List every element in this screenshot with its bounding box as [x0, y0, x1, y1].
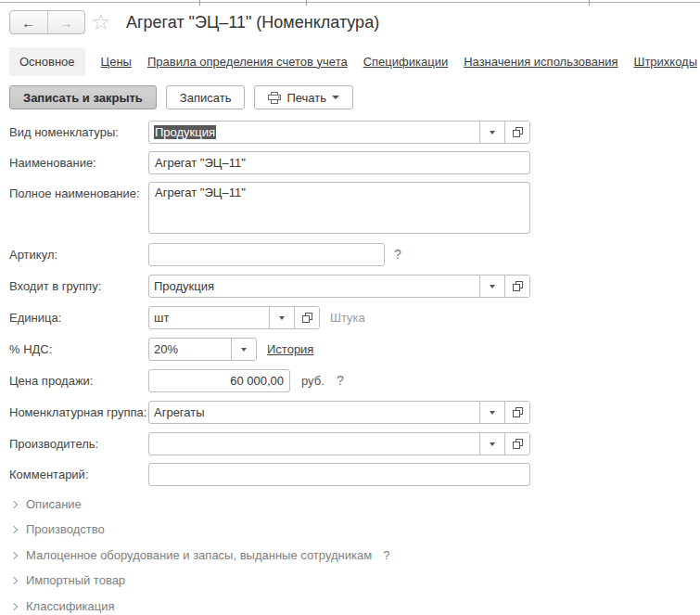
kind-label: Вид номенклатуры: [9, 121, 119, 144]
comment-label: Комментарий: [9, 463, 89, 486]
open-link-icon [513, 407, 523, 417]
section-help-link[interactable]: ? [383, 548, 389, 562]
full-name-label: Полное наименование: [9, 182, 140, 205]
group-open-button[interactable] [504, 275, 529, 297]
page-title: Агрегат "ЭЦ–11" (Номенклатура) [126, 13, 379, 32]
section-label: Описание [26, 497, 82, 511]
chevron-right-icon [10, 500, 18, 507]
price-currency: руб. [301, 369, 325, 392]
name-label: Наименование: [9, 151, 96, 174]
print-label: Печать [286, 91, 326, 105]
nom-group-open-button[interactable] [504, 402, 529, 423]
manufacturer-value[interactable] [149, 433, 479, 455]
chevron-down-icon [490, 442, 495, 446]
command-bar: Записать и закрыть Записать Печать [9, 85, 353, 109]
vat-label: % НДС: [9, 338, 52, 361]
name-input[interactable] [148, 151, 530, 174]
chevron-right-icon [10, 602, 18, 609]
tab-usage-purposes[interactable]: Назначения использования [464, 47, 617, 76]
manufacturer-dropdown-button[interactable] [479, 433, 504, 455]
group-combo[interactable]: Продукция [148, 275, 530, 298]
print-menu-caret-icon [332, 96, 339, 99]
open-link-icon [302, 313, 312, 323]
price-help-link[interactable]: ? [337, 369, 344, 392]
kind-value[interactable]: Продукция [149, 122, 479, 143]
history-nav: ← → [9, 10, 85, 34]
open-link-icon [513, 281, 523, 291]
unit-value[interactable]: шт [149, 307, 269, 328]
open-link-icon [513, 439, 523, 449]
unit-open-button[interactable] [294, 307, 319, 328]
group-label: Входит в группу: [9, 275, 101, 298]
article-help-link[interactable]: ? [394, 243, 401, 266]
chevron-down-icon [490, 411, 495, 415]
chevron-right-icon [10, 551, 18, 558]
nomenclature-card-window: ← → ☆ Агрегат "ЭЦ–11" (Номенклатура) Осн… [0, 0, 700, 615]
unit-combo[interactable]: шт [148, 306, 320, 329]
print-button[interactable]: Печать [254, 85, 353, 109]
section-low-value-equipment[interactable]: Малоценное оборудование и запасы, выданн… [11, 548, 389, 562]
top-divider-tick [199, 0, 200, 6]
kind-open-button[interactable] [504, 122, 529, 143]
comment-input[interactable] [148, 463, 530, 486]
manufacturer-label: Производитель: [9, 432, 98, 455]
section-label: Производство [26, 522, 105, 536]
printer-icon [268, 92, 281, 104]
nom-group-value[interactable]: Агрегаты [149, 402, 479, 423]
kind-dropdown-button[interactable] [479, 122, 504, 143]
section-label: Малоценное оборудование и запасы, выданн… [26, 548, 372, 562]
nom-group-label: Номенклатурная группа: [9, 401, 146, 424]
open-link-icon [513, 127, 523, 137]
group-dropdown-button[interactable] [479, 275, 504, 297]
save-label: Записать [180, 91, 232, 105]
unit-label: Единица: [9, 306, 61, 329]
back-button[interactable]: ← [10, 11, 47, 33]
nom-group-combo[interactable]: Агрегаты [148, 401, 530, 424]
section-classification[interactable]: Классификация [11, 599, 115, 613]
manufacturer-combo[interactable] [148, 432, 530, 455]
nom-group-dropdown-button[interactable] [479, 402, 504, 423]
save-and-close-label: Записать и закрыть [23, 91, 143, 105]
top-divider [0, 2, 700, 3]
save-and-close-button[interactable]: Записать и закрыть [9, 85, 157, 109]
unit-hint: Штука [330, 306, 365, 329]
chevron-right-icon [10, 576, 18, 583]
unit-dropdown-button[interactable] [269, 307, 294, 328]
tab-prices[interactable]: Цены [101, 47, 132, 76]
top-divider-tick [306, 0, 307, 6]
manufacturer-open-button[interactable] [504, 433, 529, 455]
save-button[interactable]: Записать [166, 85, 246, 109]
section-imported-goods[interactable]: Импортный товар [11, 573, 125, 587]
forward-button[interactable]: → [47, 11, 85, 33]
section-label: Импортный товар [26, 573, 125, 587]
vat-dropdown-button[interactable] [231, 339, 256, 360]
chevron-down-icon [279, 316, 285, 320]
section-label: Классификация [26, 599, 115, 613]
tab-barcodes[interactable]: Штрихкоды [633, 47, 697, 76]
vat-history-link[interactable]: История [267, 338, 313, 361]
chevron-down-icon [490, 285, 495, 288]
group-value[interactable]: Продукция [149, 275, 479, 297]
price-input[interactable] [148, 369, 290, 392]
article-input[interactable] [148, 243, 385, 266]
chevron-down-icon [490, 131, 495, 135]
section-description[interactable]: Описание [11, 497, 82, 511]
favorite-star-icon[interactable]: ☆ [91, 9, 111, 35]
section-production[interactable]: Производство [11, 522, 105, 536]
full-name-textarea[interactable]: Агрегат "ЭЦ–11" [148, 182, 530, 234]
tab-main[interactable]: Основное [9, 47, 85, 76]
tab-account-rules[interactable]: Правила определения счетов учета [147, 47, 348, 76]
vat-value[interactable]: 20% [149, 339, 231, 360]
top-divider-tick [589, 0, 590, 6]
chevron-right-icon [10, 525, 18, 532]
article-label: Артикул: [9, 243, 57, 266]
kind-selected-text: Продукция [154, 125, 216, 139]
price-label: Цена продажи: [9, 369, 93, 392]
chevron-down-icon [241, 348, 247, 352]
vat-combo[interactable]: 20% [148, 338, 257, 361]
tab-specifications[interactable]: Спецификации [363, 47, 449, 76]
tab-bar: Основное Цены Правила определения счетов… [9, 47, 697, 75]
kind-combo[interactable]: Продукция [148, 121, 530, 144]
